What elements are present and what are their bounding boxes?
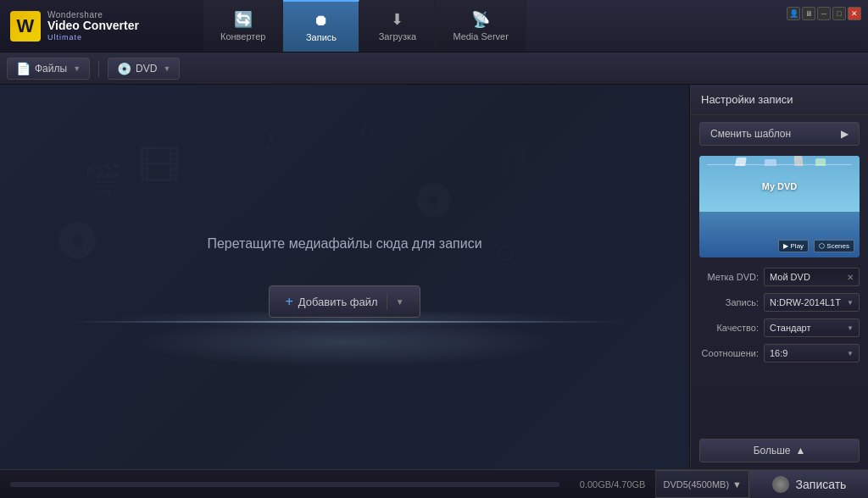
- logo-text: Wondershare Video Converter Ultimate: [47, 10, 139, 41]
- record-select[interactable]: N:DRW-2014L1T ▼: [764, 293, 860, 312]
- title-bar: W Wondershare Video Converter Ultimate 🔄…: [0, 0, 868, 53]
- cloth2: [765, 159, 776, 166]
- add-file-separator: [387, 293, 387, 310]
- quality-select[interactable]: Стандарт ▼: [764, 318, 860, 337]
- ratio-value: 16:9: [770, 348, 787, 358]
- template-button[interactable]: Сменить шаблон ▶: [699, 122, 860, 146]
- record-value: N:DRW-2014L1T: [770, 297, 841, 307]
- panel-title: Настройки записи: [691, 85, 868, 115]
- progress-bar: [10, 482, 559, 487]
- download-label: Загрузка: [379, 31, 416, 42]
- quality-dropdown-icon: ▼: [847, 324, 854, 332]
- record-dropdown-icon: ▼: [847, 299, 854, 307]
- media-icons-bg: 🎞 ♪ ♫ 🎬 💿 💿 🎵 ⊙: [0, 85, 689, 469]
- product-name: Video Converter: [47, 19, 139, 32]
- ratio-row: Соотношени: 16:9 ▼: [699, 344, 860, 362]
- add-file-label: Добавить файл: [298, 296, 378, 308]
- add-file-button[interactable]: + Добавить файл ▼: [269, 285, 420, 318]
- cd-icon: 💿: [55, 219, 99, 261]
- dvd-label-value: Мой DVD: [770, 272, 845, 282]
- tab-download[interactable]: ⬇ Загрузка: [359, 0, 436, 52]
- cloth4: [815, 158, 826, 166]
- app-logo-icon: W: [10, 11, 41, 42]
- files-dropdown-icon: ▼: [73, 64, 81, 73]
- main-content: 🎞 ♪ ♫ 🎬 💿 💿 🎵 ⊙ Перетащите медиафайлы сю…: [0, 85, 868, 469]
- tab-media-server[interactable]: 📡 Media Server: [436, 0, 526, 52]
- status-size-text: 0.00GB/4.70GB: [570, 479, 656, 490]
- dvd-button[interactable]: 💿 DVD ▼: [108, 58, 180, 80]
- minimize-button[interactable]: ─: [817, 7, 831, 20]
- ratio-select[interactable]: 16:9 ▼: [764, 344, 860, 362]
- music-note2-icon: ♫: [359, 115, 376, 142]
- nav-tabs: 🔄 Конвертер ⏺ Запись ⬇ Загрузка 📡 Media …: [203, 0, 780, 52]
- more-label: Больше: [754, 445, 791, 456]
- laundry-decoration: [699, 164, 860, 165]
- media-server-label: Media Server: [453, 31, 508, 42]
- cloth1: [736, 158, 748, 166]
- cloth3: [793, 156, 803, 166]
- settings-fields: Метка DVD: Мой DVD ✕ Запись: N:DRW-2014L…: [691, 261, 868, 435]
- dvd-scenes-btn[interactable]: ⬡ Scenes: [814, 240, 854, 252]
- record-tab-icon: ⏺: [314, 12, 329, 30]
- tab-record[interactable]: ⏺ Запись: [283, 0, 359, 52]
- dvd-label-input[interactable]: Мой DVD ✕: [764, 268, 860, 286]
- user-button[interactable]: 👤: [787, 7, 800, 20]
- add-file-dropdown-icon: ▼: [396, 297, 404, 307]
- glow-line: [69, 321, 620, 323]
- record-label: Запись: [306, 32, 337, 42]
- template-label: Сменить шаблон: [710, 128, 791, 140]
- converter-label: Конвертер: [220, 31, 265, 42]
- dvd-label-text: Метка DVD:: [699, 272, 759, 282]
- screen-button[interactable]: 🖥: [802, 7, 815, 20]
- template-arrow-icon: ▶: [841, 128, 849, 140]
- files-button[interactable]: 📄 Файлы ▼: [7, 58, 90, 80]
- dvd-icon: 💿: [117, 62, 131, 75]
- toolbar: 📄 Файлы ▼ 💿 DVD ▼: [0, 53, 868, 85]
- right-panel: Настройки записи Сменить шаблон ▶ My DVD…: [690, 85, 868, 469]
- drop-zone[interactable]: 🎞 ♪ ♫ 🎬 💿 💿 🎵 ⊙ Перетащите медиафайлы сю…: [0, 85, 690, 469]
- toolbar-separator: [98, 60, 99, 77]
- dvd-label: DVD: [136, 63, 157, 75]
- music-icon: 🎵: [496, 142, 530, 174]
- ratio-label-text: Соотношени:: [699, 348, 759, 358]
- drop-text: Перетащите медиафайлы сюда для записи: [207, 236, 481, 252]
- download-icon: ⬇: [391, 10, 403, 29]
- quality-label-text: Качество:: [699, 323, 759, 333]
- ratio-dropdown-icon: ▼: [847, 350, 854, 357]
- more-up-icon: ▲: [795, 445, 805, 456]
- music-note-icon: ♪: [262, 123, 277, 157]
- format-label: DVD5(4500MB): [663, 479, 729, 490]
- dvd-play-btn[interactable]: ▶ Play: [778, 240, 809, 252]
- status-bar: 0.00GB/4.70GB DVD5(4500MB) ▼ Записать: [0, 469, 868, 498]
- converter-icon: 🔄: [234, 10, 253, 29]
- quality-row: Качество: Стандарт ▼: [699, 318, 860, 337]
- dvd-preview: My DVD ▶ Play ⬡ Scenes: [699, 156, 860, 257]
- record-row: Запись: N:DRW-2014L1T ▼: [699, 293, 860, 312]
- dvd-controls: ▶ Play ⬡ Scenes: [704, 240, 854, 252]
- files-icon: 📄: [16, 62, 31, 75]
- plus-icon: +: [285, 294, 292, 309]
- record-label-text: Запись:: [699, 297, 759, 307]
- files-label: Файлы: [35, 63, 67, 75]
- dvd-label-clear-icon[interactable]: ✕: [847, 273, 854, 282]
- dvd-dropdown-icon: ▼: [163, 64, 170, 73]
- logo-area: W Wondershare Video Converter Ultimate: [0, 0, 203, 52]
- window-controls: 👤 🖥 ─ □ ✕: [780, 0, 868, 20]
- maximize-button[interactable]: □: [832, 7, 846, 20]
- quality-value: Стандарт: [770, 323, 811, 333]
- tab-converter[interactable]: 🔄 Конвертер: [203, 0, 283, 52]
- disc-icon: ⊙: [496, 239, 515, 267]
- status-left: [0, 482, 570, 487]
- film-reel-icon: 🎞: [138, 142, 181, 191]
- dvd-label-row: Метка DVD: Мой DVD ✕: [699, 268, 860, 286]
- record-button[interactable]: Записать: [749, 470, 868, 498]
- close-button[interactable]: ✕: [848, 7, 861, 20]
- cd2-icon: 💿: [414, 181, 453, 219]
- movie-icon: 🎬: [83, 162, 123, 199]
- status-format-select[interactable]: DVD5(4500MB) ▼: [655, 470, 749, 498]
- media-server-icon: 📡: [471, 10, 490, 29]
- record-label: Записать: [796, 478, 847, 491]
- more-button[interactable]: Больше ▲: [699, 439, 860, 462]
- edition-name: Ultimate: [47, 33, 139, 42]
- dvd-title: My DVD: [762, 181, 798, 191]
